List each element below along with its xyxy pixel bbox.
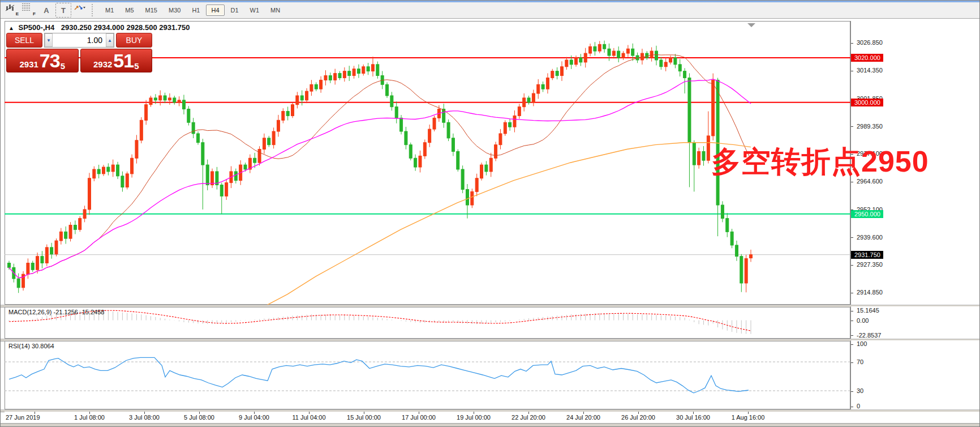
price-axis-label: 3014.350 [857,67,883,74]
rsi-value: 30.8064 [32,343,54,349]
time-axis-label: 19 Jul 00:00 [457,414,491,421]
timeframe-h1[interactable]: H1 [187,5,205,16]
time-axis-label: 26 Jul 20:00 [621,414,655,421]
sell-price-big-figure: 2931 [19,59,38,70]
sell-price-points: 73 [40,51,60,70]
mt4-terminal-window: EFAT M1M5M15M30H1H4D1W1MN ▲ SP500-,H4 29… [0,0,980,427]
symbol-header[interactable]: ▲ SP500-,H4 2930.250 2934.000 2928.500 2… [8,23,190,32]
rsi-tick [851,391,853,392]
timeframe-m30[interactable]: M30 [164,5,186,16]
sell-price-display[interactable]: 2931 73 5 [6,49,79,72]
buy-price-display[interactable]: 2932 51 5 [80,49,153,72]
time-axis-label: 5 Jul 08:00 [184,414,214,421]
timeframe-mn[interactable]: MN [265,5,285,16]
price-tick [851,126,853,127]
text-label-icon[interactable]: A [38,3,54,18]
symbol-ohlc-values: 2930.250 2934.000 2928.500 2931.750 [61,23,190,32]
price-axis-label: 2989.350 [857,123,883,130]
time-axis-label: 9 Jul 04:00 [239,414,269,421]
price-tick [851,71,853,71]
sell-price-fraction: 5 [61,62,65,70]
macd-tick [851,335,853,336]
time-axis-label: 30 Jul 16:00 [676,414,710,421]
macd-tick [851,311,853,311]
time-axis-label: 11 Jul 04:00 [292,414,325,421]
volume-down-button[interactable]: ▼ [45,33,53,47]
time-axis-label: 17 Jul 00:00 [402,414,436,421]
time-axis-label: 3 Jul 08:00 [129,414,160,421]
time-axis[interactable]: 27 Jun 20191 Jul 08:003 Jul 08:005 Jul 0… [5,412,980,423]
price-tick [851,43,853,44]
sell-button[interactable]: SELL [6,33,42,48]
hline-price-tag: 3020.000 [851,54,883,62]
rsi-plot [5,340,850,409]
macd-tick [851,321,853,321]
time-axis-label: 1 Aug 16:00 [732,414,765,421]
macd-plot [5,306,850,339]
grid-fibo-icon[interactable]: F [22,3,37,18]
price-axis-label: 2927.350 [857,261,883,268]
price-tick [851,237,853,238]
toolbar-grip [92,4,97,16]
timeframe-group: M1M5M15M30H1H4D1W1MN [100,5,286,16]
volume-stepper: ▼ ▲ [44,33,114,48]
timeframe-w1[interactable]: W1 [245,5,265,16]
macd-axis: 15.16450.00-22.8537 [850,306,980,339]
chart-toolbar: EFAT M1M5M15M30H1H4D1W1MN [1,2,980,19]
macd-axis-label: 15.1645 [857,307,879,314]
buy-button[interactable]: BUY [116,33,152,48]
hline-price-tag: 3000.000 [851,99,883,106]
bottom-scroll-strip[interactable] [1,423,980,427]
chart-annotation-text: 多空转折点2950 [711,142,929,182]
volume-input[interactable] [53,33,106,47]
timeframe-m1[interactable]: M1 [100,5,119,16]
time-axis-label: 1 Jul 08:00 [74,414,105,421]
rsi-label: RSI(14) 30.8064 [8,343,54,349]
macd-axis-label: -22.8537 [857,332,881,339]
text-box-icon[interactable]: T [55,3,71,18]
timeframe-h4[interactable]: H4 [206,5,224,16]
current-price-tag: 2931.750 [851,251,883,259]
timeframe-m5[interactable]: M5 [120,5,139,16]
macd-label: MACD(12,26,9) -21.1256 -15.2458 [8,309,104,315]
one-click-trading-panel: SELL ▼ ▲ BUY 2931 73 5 2932 51 5 [6,33,152,72]
timeframe-m15[interactable]: M15 [140,5,162,16]
time-axis-label: 24 Jul 20:00 [566,414,600,421]
time-axis-label: 15 Jul 00:00 [347,414,381,421]
cursor-arrows-icon[interactable] [72,3,88,18]
rsi-axis-label: 70 [857,358,863,365]
rsi-axis: 10070300 [850,340,980,409]
price-axis-label: 2939.600 [857,234,883,241]
time-axis-label: 22 Jul 20:00 [512,414,545,421]
symbol-name: SP500-,H4 [19,23,55,32]
price-tick [851,265,853,266]
rsi-tick [851,362,853,363]
macd-signal-value: -15.2458 [80,309,104,315]
buy-price-fraction: 5 [134,62,139,70]
rsi-tick [851,344,853,345]
panel-splitter[interactable] [1,339,980,341]
time-axis-label: 27 Jun 2019 [6,414,40,421]
macd-main-value: -21.1256 [53,309,78,315]
chart-expert-icon[interactable]: E [5,3,20,18]
price-axis-label: 3026.850 [857,39,883,46]
price-tick [851,293,853,293]
drawing-tools-group: EFAT [4,3,89,18]
price-axis-label: 2914.850 [857,289,883,296]
hline-price-tag: 2950.000 [851,210,883,218]
collapse-arrow-icon[interactable]: ▲ [8,25,14,31]
rsi-axis-label: 0 [857,403,860,409]
macd-axis-label: 0.00 [857,317,869,324]
rsi-tick [851,407,853,407]
timeframe-d1[interactable]: D1 [226,5,244,16]
rsi-axis-label: 30 [857,387,863,394]
buy-price-big-figure: 2932 [93,59,112,70]
rsi-axis-label: 100 [857,340,867,347]
buy-price-points: 51 [113,51,134,70]
volume-up-button[interactable]: ▲ [106,33,114,47]
panel-splitter[interactable] [1,305,980,308]
